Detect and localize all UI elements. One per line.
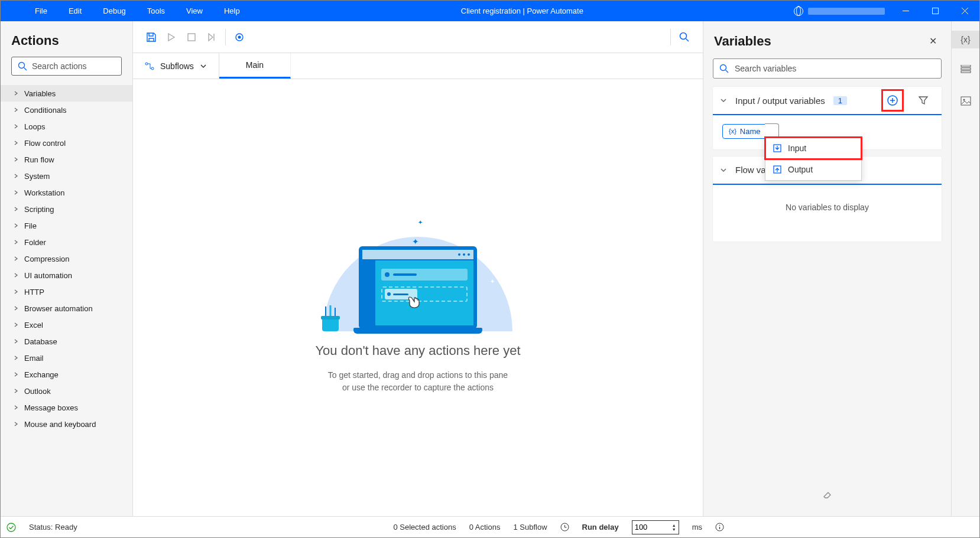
save-button[interactable] (141, 27, 161, 47)
svg-point-18 (721, 65, 726, 71)
action-group-workstation[interactable]: Workstation (1, 184, 132, 201)
svg-point-8 (238, 35, 241, 38)
stop-button[interactable] (181, 27, 202, 47)
add-variable-button[interactable] (881, 89, 904, 112)
action-group-system[interactable]: System (1, 168, 132, 184)
svg-point-30 (7, 523, 15, 532)
status-ok-icon (7, 523, 16, 532)
run-delay-input[interactable]: ▲▼ (632, 520, 679, 534)
filter-button[interactable] (912, 89, 934, 112)
empty-subtitle: To get started, drag and drop actions to… (328, 369, 508, 394)
rail-ui-elements-icon[interactable] (952, 61, 980, 79)
action-group-excel[interactable]: Excel (1, 317, 132, 333)
add-output-variable[interactable]: Output (765, 159, 861, 180)
chevron-down-icon[interactable] (720, 167, 727, 174)
menu-tools[interactable]: Tools (137, 6, 176, 15)
run-button[interactable] (161, 27, 181, 47)
status-text: Status: Ready (29, 523, 77, 532)
status-bar: Status: Ready 0 Selected actions 0 Actio… (1, 516, 979, 537)
menu-bar: File Edit Debug Tools View Help (1, 6, 251, 15)
menu-edit[interactable]: Edit (58, 6, 92, 15)
action-group-message-boxes[interactable]: Message boxes (1, 399, 132, 416)
action-group-loops[interactable]: Loops (1, 118, 132, 135)
account-area[interactable] (794, 6, 891, 16)
variables-title: Variables (714, 34, 926, 49)
action-group-scripting[interactable]: Scripting (1, 201, 132, 217)
action-group-folder[interactable]: Folder (1, 234, 132, 250)
delay-spinner[interactable]: ▲▼ (672, 523, 676, 532)
add-input-variable[interactable]: Input (765, 138, 861, 159)
svg-rect-25 (961, 65, 971, 67)
search-actions-input[interactable]: Search actions (11, 57, 122, 76)
main-area: Subflows Main ✦ ✦ ✦ ✦ ✦ (133, 21, 703, 516)
search-variables-input[interactable]: Search variables (713, 58, 942, 79)
svg-point-33 (719, 525, 721, 526)
action-group-outlook[interactable]: Outlook (1, 383, 132, 399)
variable-chip[interactable]: {x} Name (722, 124, 767, 139)
chevron-down-icon (200, 63, 207, 70)
svg-rect-23 (961, 68, 971, 70)
rail-images-icon[interactable] (952, 92, 980, 110)
minimize-button[interactable] (891, 1, 920, 21)
svg-point-4 (19, 63, 25, 69)
status-selected: 0 Selected actions (393, 523, 456, 532)
svg-point-11 (145, 63, 148, 65)
action-group-flow-control[interactable]: Flow control (1, 135, 132, 151)
separator (670, 29, 671, 45)
action-group-mouse-keyboard[interactable]: Mouse and keyboard (1, 416, 132, 432)
svg-rect-1 (932, 8, 938, 14)
io-variables-label: Input / output variables (735, 96, 825, 106)
variables-pane: Variables ✕ Search variables Input / out… (703, 21, 951, 516)
search-icon (719, 64, 729, 73)
menu-debug[interactable]: Debug (92, 6, 136, 15)
maximize-button[interactable] (920, 1, 950, 21)
rail-variables-icon[interactable]: {x} (952, 31, 980, 48)
actions-pane: Actions Search actions Variables Conditi… (1, 21, 133, 516)
titlebar: File Edit Debug Tools View Help Client r… (1, 1, 979, 21)
action-group-database[interactable]: Database (1, 333, 132, 350)
action-group-conditionals[interactable]: Conditionals (1, 102, 132, 118)
action-group-email[interactable]: Email (1, 350, 132, 366)
clear-button[interactable] (814, 481, 841, 510)
action-group-variables[interactable]: Variables (1, 85, 132, 102)
search-placeholder: Search actions (32, 61, 87, 71)
close-variables-button[interactable]: ✕ (926, 32, 940, 50)
subflows-label: Subflows (160, 61, 194, 71)
io-variables-count: 1 (833, 96, 847, 105)
record-button[interactable] (229, 27, 249, 47)
action-group-compression[interactable]: Compression (1, 250, 132, 267)
menu-help[interactable]: Help (213, 6, 251, 15)
ms-label: ms (692, 523, 702, 532)
svg-rect-6 (188, 34, 195, 41)
subflows-icon (145, 61, 154, 71)
account-name (808, 8, 885, 15)
window-controls (891, 1, 979, 21)
action-group-exchange[interactable]: Exchange (1, 366, 132, 383)
step-button[interactable] (202, 27, 222, 47)
variable-value[interactable] (765, 123, 780, 138)
canvas[interactable]: ✦ ✦ ✦ ✦ ✦ (133, 79, 703, 516)
action-group-browser-automation[interactable]: Browser automation (1, 300, 132, 317)
search-button[interactable] (674, 27, 695, 47)
search-placeholder: Search variables (735, 64, 796, 73)
action-group-ui-automation[interactable]: UI automation (1, 267, 132, 283)
svg-rect-14 (321, 316, 340, 319)
action-group-http[interactable]: HTTP (1, 283, 132, 300)
svg-rect-26 (961, 97, 971, 105)
action-list[interactable]: Variables Conditionals Loops Flow contro… (1, 85, 132, 516)
empty-title: You don't have any actions here yet (315, 343, 520, 358)
menu-file[interactable]: File (24, 6, 58, 15)
delay-value[interactable] (635, 523, 664, 532)
info-icon[interactable] (715, 523, 724, 532)
close-button[interactable] (950, 1, 979, 21)
svg-rect-24 (961, 71, 971, 73)
tab-main[interactable]: Main (219, 53, 291, 79)
svg-line-5 (24, 68, 27, 71)
menu-view[interactable]: View (176, 6, 213, 15)
chevron-down-icon[interactable] (720, 97, 727, 104)
subflows-dropdown[interactable]: Subflows (133, 53, 219, 79)
action-group-run-flow[interactable]: Run flow (1, 151, 132, 168)
empty-state-illustration: ✦ ✦ ✦ ✦ ✦ (317, 201, 518, 331)
action-group-file[interactable]: File (1, 217, 132, 234)
svg-point-27 (963, 99, 965, 101)
